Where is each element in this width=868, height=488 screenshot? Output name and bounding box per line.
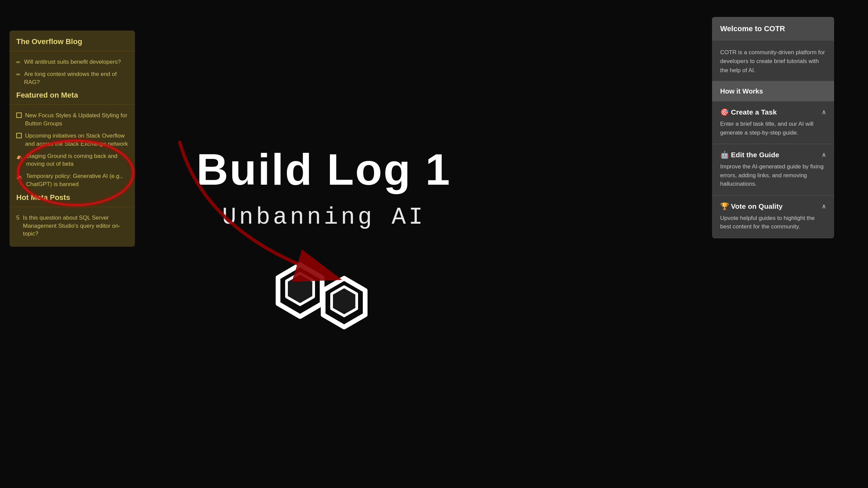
pencil-icon-1: ✏ xyxy=(16,59,21,66)
featured-item-1-text: New Focus Styles & Updated Styling for B… xyxy=(25,111,128,128)
featured-item-1[interactable]: New Focus Styles & Updated Styling for B… xyxy=(9,109,135,130)
center-area: Build Log 1 Unbanning AI xyxy=(139,0,509,488)
edit-guide-title: 🤖 Edit the Guide ∧ xyxy=(720,151,826,159)
create-task-emoji: 🎯 xyxy=(720,108,729,116)
svg-marker-4 xyxy=(332,287,357,316)
main-title: Build Log 1 xyxy=(196,145,451,194)
vote-quality-section: 🏆 Vote on Quality ∧ Upvote helpful guide… xyxy=(712,196,834,238)
create-task-description: Enter a brief task title, and our AI wil… xyxy=(720,120,826,137)
featured-item-3[interactable]: ⛺ Staging Ground is coming back and movi… xyxy=(9,150,135,170)
sub-title: Unbanning AI xyxy=(222,204,426,231)
how-it-works-title: How it Works xyxy=(712,81,834,101)
checkbox-icon-1 xyxy=(16,113,22,118)
staging-icon: ⛺ xyxy=(16,153,23,160)
icon-container xyxy=(266,255,381,343)
create-task-section: 🎯 Create a Task ∧ Enter a brief task tit… xyxy=(712,101,834,144)
create-task-label: 🎯 Create a Task xyxy=(720,108,777,116)
overflow-blog-title: The Overflow Blog xyxy=(9,37,135,51)
edit-guide-section: 🤖 Edit the Guide ∧ Improve the AI-genera… xyxy=(712,144,834,196)
hot-meta-item-1-text: Is this question about SQL Server Manage… xyxy=(23,214,128,238)
blog-item-2[interactable]: ✏ Are long context windows the end of RA… xyxy=(9,68,135,88)
vote-quality-emoji: 🏆 xyxy=(720,202,729,210)
vote-quality-description: Upvote helpful guides to highlight the b… xyxy=(720,214,826,231)
featured-on-meta-title: Featured on Meta xyxy=(9,91,135,104)
blog-item-2-text: Are long context windows the end of RAG? xyxy=(24,70,128,86)
hot-meta-title: Hot Meta Posts xyxy=(9,193,135,207)
hot-meta-number-1: 5 xyxy=(16,214,19,222)
welcome-header: Welcome to COTR xyxy=(712,17,834,41)
edit-guide-description: Improve the AI-generated guide by fixing… xyxy=(720,162,826,188)
welcome-description: COTR is a community-driven platform for … xyxy=(720,48,826,75)
right-sidebar: Welcome to COTR COTR is a community-driv… xyxy=(712,17,834,238)
checkbox-icon-2 xyxy=(16,133,22,138)
create-task-title: 🎯 Create a Task ∧ xyxy=(720,108,826,116)
edit-guide-chevron[interactable]: ∧ xyxy=(822,151,826,159)
policy-icon: ⛺ xyxy=(16,173,23,180)
vote-quality-chevron[interactable]: ∧ xyxy=(822,203,826,210)
stack-icons-svg xyxy=(266,255,381,343)
left-sidebar: The Overflow Blog ✏ Will antitrust suits… xyxy=(9,30,135,247)
vote-quality-title: 🏆 Vote on Quality ∧ xyxy=(720,202,826,210)
vote-quality-label: 🏆 Vote on Quality xyxy=(720,202,783,210)
blog-item-1-text: Will antitrust suits benefit developers? xyxy=(24,58,121,66)
featured-item-4[interactable]: ⛺ Temporary policy: Generative AI (e.g.,… xyxy=(9,170,135,190)
welcome-section: COTR is a community-driven platform for … xyxy=(712,41,834,81)
edit-guide-emoji: 🤖 xyxy=(720,151,729,159)
create-task-chevron[interactable]: ∧ xyxy=(822,108,826,116)
edit-guide-label: 🤖 Edit the Guide xyxy=(720,151,779,159)
featured-item-2-text: Upcoming initiatives on Stack Overflow a… xyxy=(25,132,128,148)
hot-meta-item-1[interactable]: 5 Is this question about SQL Server Mana… xyxy=(9,212,135,240)
featured-item-2[interactable]: Upcoming initiatives on Stack Overflow a… xyxy=(9,130,135,150)
svg-marker-2 xyxy=(287,273,314,305)
blog-item-1[interactable]: ✏ Will antitrust suits benefit developer… xyxy=(9,56,135,68)
featured-item-3-text: Staging Ground is coming back and moving… xyxy=(26,152,128,168)
pencil-icon-2: ✏ xyxy=(16,71,21,78)
featured-item-4-text: Temporary policy: Generative AI (e.g., C… xyxy=(26,172,128,188)
